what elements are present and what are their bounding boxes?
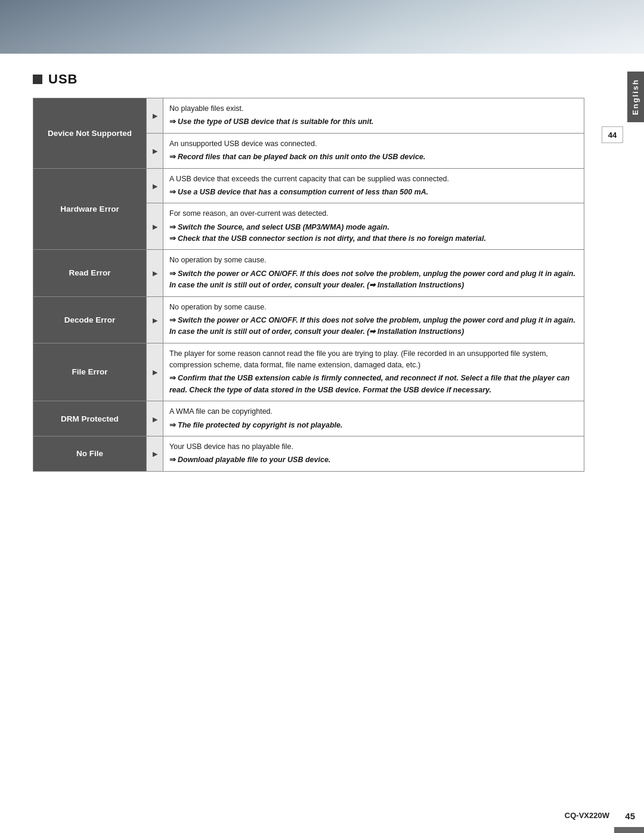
arrow-cell (147, 343, 163, 401)
description-cell: An unsupported USB device was connected.… (163, 133, 584, 168)
arrow-cell (147, 168, 163, 203)
plain-text: No operation by some cause. (169, 302, 578, 313)
instruction-text: Switch the Source, and select USB (MP3/W… (169, 222, 578, 233)
table-row: Device Not Supported No playable files e… (33, 98, 584, 134)
description-cell: A USB device that exceeds the current ca… (163, 168, 584, 203)
top-banner (0, 0, 644, 54)
arrow-cell (147, 98, 163, 134)
model-number: CQ-VX220W (565, 811, 609, 820)
description-cell: For some reason, an over-current was det… (163, 203, 584, 250)
plain-text: A WMA file can be copyrighted. (169, 406, 578, 417)
arrow-cell (147, 401, 163, 436)
table-row: DRM Protected A WMA file can be copyrigh… (33, 401, 584, 436)
section-heading: USB (48, 72, 78, 87)
table-row: No File Your USB device has no playable … (33, 436, 584, 471)
description-cell: Your USB device has no playable file. Do… (163, 436, 584, 471)
description-cell: The player for some reason cannot read t… (163, 343, 584, 401)
instruction-text: Switch the power or ACC ON/OFF. If this … (169, 315, 578, 338)
instruction-text-2: Check that the USB connector section is … (169, 233, 578, 244)
instruction-text: Use the type of USB device that is suita… (169, 116, 578, 128)
plain-text: No playable files exist. (169, 103, 578, 114)
page-number-bottom: 45 (625, 811, 635, 821)
description-cell: A WMA file can be copyrighted. The file … (163, 401, 584, 436)
arrow-cell (147, 133, 163, 168)
arrow-cell (147, 203, 163, 250)
section-icon (33, 75, 42, 84)
description-cell: No playable files exist. Use the type of… (163, 98, 584, 134)
bottom-accent-bar (614, 827, 644, 833)
plain-text: No operation by some cause. (169, 255, 578, 266)
page-number-inner: 44 (602, 126, 623, 143)
arrow-cell (147, 436, 163, 471)
plain-text: For some reason, an over-current was det… (169, 208, 578, 219)
error-label-decode-error: Decode Error (33, 296, 147, 343)
main-content: USB Device Not Supported No playable fil… (0, 54, 614, 496)
error-label-no-file: No File (33, 436, 147, 471)
language-tab: English (627, 72, 644, 122)
error-label-read-error: Read Error (33, 250, 147, 296)
plain-text: An unsupported USB device was connected. (169, 138, 578, 150)
instruction-text: Download playable file to your USB devic… (169, 454, 578, 466)
instruction-text: The file protected by copyright is not p… (169, 420, 578, 431)
error-label-hardware-error: Hardware Error (33, 168, 147, 250)
error-label-drm-protected: DRM Protected (33, 401, 147, 436)
arrow-cell (147, 296, 163, 343)
instruction-text: Confirm that the USB extension cable is … (169, 373, 578, 396)
arrow-cell (147, 250, 163, 296)
description-cell: No operation by some cause. Switch the p… (163, 250, 584, 296)
plain-text: Your USB device has no playable file. (169, 441, 578, 453)
table-row: File Error The player for some reason ca… (33, 343, 584, 401)
plain-text: The player for some reason cannot read t… (169, 348, 578, 371)
table-row: Hardware Error A USB device that exceeds… (33, 168, 584, 203)
instruction-text: Record files that can be played back on … (169, 151, 578, 163)
table-row: Read Error No operation by some cause. S… (33, 250, 584, 296)
description-cell: No operation by some cause. Switch the p… (163, 296, 584, 343)
error-label-file-error: File Error (33, 343, 147, 401)
section-title: USB (33, 72, 584, 87)
error-table: Device Not Supported No playable files e… (33, 98, 584, 472)
instruction-text: Switch the power or ACC ON/OFF. If this … (169, 268, 578, 292)
instruction-text: Use a USB device that has a consumption … (169, 187, 578, 198)
plain-text: A USB device that exceeds the current ca… (169, 174, 578, 185)
table-row: Decode Error No operation by some cause.… (33, 296, 584, 343)
error-label-device-not-supported: Device Not Supported (33, 98, 147, 169)
